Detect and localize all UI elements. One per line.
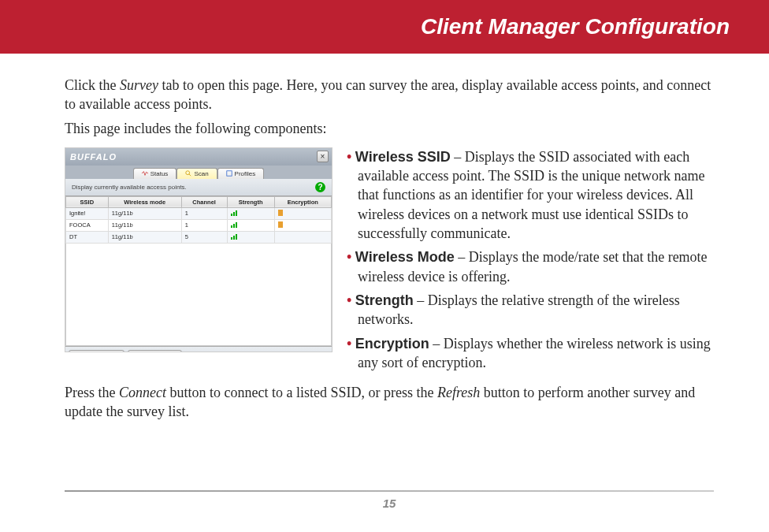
cell-channel: 1 xyxy=(181,207,227,219)
definition-item: • Strength – Displays the relative stren… xyxy=(347,291,714,329)
cell-encryption xyxy=(274,219,331,231)
cell-mode: 11g/11b xyxy=(108,219,181,231)
cell-ssid: DT xyxy=(66,231,109,243)
cell-strength xyxy=(227,219,274,231)
col-encryption[interactable]: Encryption xyxy=(274,196,331,207)
table-row[interactable]: FOOCA 11g/11b 1 xyxy=(66,219,332,231)
outro-paragraph: Press the Connect button to connect to a… xyxy=(65,383,714,422)
search-icon xyxy=(185,170,191,177)
tab-label: Profiles xyxy=(235,170,256,177)
tab-label: Scan xyxy=(194,170,208,177)
def-term: Wireless SSID xyxy=(355,149,451,165)
sub-header-bar: Display currently available access point… xyxy=(65,179,332,196)
window-titlebar: BUFFALO × xyxy=(65,148,332,166)
table-header-row: SSID Wireless mode Channel Strength Encr… xyxy=(66,196,332,207)
def-term: Encryption xyxy=(355,336,429,352)
header-bar: Client Manager Configuration xyxy=(0,0,769,54)
table-row[interactable]: DT 11g/11b 5 xyxy=(66,231,332,243)
page-title: Client Manager Configuration xyxy=(421,14,730,39)
definition-item: • Wireless Mode – Displays the mode/rate… xyxy=(347,247,714,286)
lock-icon xyxy=(278,210,283,216)
col-channel[interactable]: Channel xyxy=(181,196,227,207)
tab-profiles[interactable]: Profiles xyxy=(217,168,265,179)
definitions-list: • Wireless SSID – Displays the SSID asso… xyxy=(347,147,714,377)
cell-strength xyxy=(227,231,274,243)
tab-bar: Status Scan Profiles xyxy=(65,166,332,179)
help-button[interactable]: ? xyxy=(315,182,325,192)
bullet-icon: • xyxy=(347,336,355,352)
col-ssid[interactable]: SSID xyxy=(66,196,109,207)
cell-ssid: FOOCA xyxy=(66,219,109,231)
subbar-text: Display currently available access point… xyxy=(72,184,187,191)
cell-strength xyxy=(227,207,274,219)
connect-button[interactable]: Connect xyxy=(69,350,124,352)
refresh-term: Refresh xyxy=(437,385,480,400)
cell-mode: 11g/11b xyxy=(108,207,181,219)
status-icon xyxy=(142,170,148,177)
intro-paragraph-2: This page includes the following compone… xyxy=(65,119,714,138)
signal-icon xyxy=(231,233,237,240)
definition-item: • Encryption – Displays whether the wire… xyxy=(347,334,714,373)
profiles-icon xyxy=(226,170,232,177)
page-number: 15 xyxy=(65,497,714,510)
access-points-table: SSID Wireless mode Channel Strength Encr… xyxy=(65,196,332,244)
refresh-button[interactable]: Refresh xyxy=(128,350,182,352)
cell-channel: 5 xyxy=(181,231,227,243)
intro-text: tab to open this page. Here, you can sur… xyxy=(65,77,711,112)
two-column-layout: BUFFALO × Status Scan Profiles Display xyxy=(65,147,714,377)
table-row[interactable]: Ignite! 11g/11b 1 xyxy=(66,207,332,219)
cell-channel: 1 xyxy=(181,219,227,231)
def-term: Strength xyxy=(355,292,414,308)
bullet-icon: • xyxy=(347,292,355,308)
bullet-icon: • xyxy=(347,149,355,165)
tab-label: Status xyxy=(150,170,169,177)
outro-text: button to connect to a listed SSID, or p… xyxy=(166,385,437,400)
svg-rect-2 xyxy=(226,171,231,176)
tab-status[interactable]: Status xyxy=(133,168,177,179)
intro-paragraph-1: Click the Survey tab to open this page. … xyxy=(65,76,714,114)
cell-encryption xyxy=(274,231,331,243)
embedded-screenshot: BUFFALO × Status Scan Profiles Display xyxy=(65,147,332,352)
signal-icon xyxy=(231,210,237,216)
svg-line-1 xyxy=(189,174,191,176)
content-area: Click the Survey tab to open this page. … xyxy=(0,54,769,422)
lock-icon xyxy=(278,221,283,228)
intro-text: Click the xyxy=(65,77,120,93)
page-footer: 15 xyxy=(65,490,714,510)
close-button[interactable]: × xyxy=(317,151,329,162)
help-icon: ? xyxy=(318,183,322,192)
definition-item: • Wireless SSID – Displays the SSID asso… xyxy=(347,147,714,243)
connect-term: Connect xyxy=(119,385,166,400)
survey-term: Survey xyxy=(120,77,158,93)
outro-text: Press the xyxy=(65,385,119,400)
def-term: Wireless Mode xyxy=(355,249,455,265)
table-empty-area xyxy=(65,244,332,346)
cell-encryption xyxy=(274,207,331,219)
col-strength[interactable]: Strength xyxy=(227,196,274,207)
bullet-icon: • xyxy=(347,249,355,265)
tab-scan[interactable]: Scan xyxy=(176,168,217,179)
footer-divider xyxy=(65,490,714,492)
cell-mode: 11g/11b xyxy=(108,231,181,243)
signal-icon xyxy=(231,221,237,228)
cell-ssid: Ignite! xyxy=(66,207,109,219)
bottom-toolbar: Connect Refresh xyxy=(65,346,332,352)
brand-logo: BUFFALO xyxy=(70,152,117,162)
close-icon: × xyxy=(321,152,325,161)
col-mode[interactable]: Wireless mode xyxy=(108,196,181,207)
